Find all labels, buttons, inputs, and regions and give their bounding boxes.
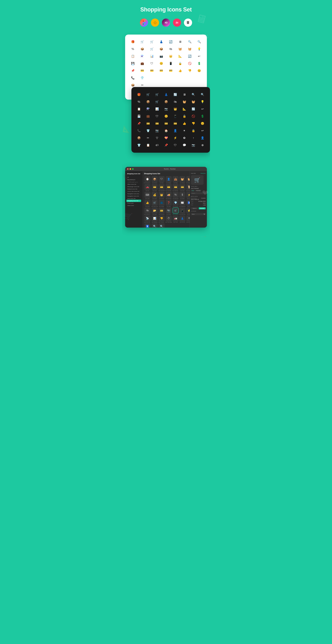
- icon-ban: 🚫: [187, 61, 193, 66]
- license-section: License None MIT CC0: [191, 211, 206, 215]
- app-icon-box-flash: ⚡: [186, 192, 190, 198]
- app-icon-box-truck: 🚛: [173, 215, 179, 221]
- illustrator-button[interactable]: Illustrator: [199, 207, 206, 210]
- dimensions-available: Available: [201, 198, 206, 199]
- app-icon-jewelry[interactable]: 💎 Icon Jewelry: [172, 200, 179, 207]
- d-icon-home: 🏠: [163, 128, 169, 134]
- d-icon-camera: 📷: [163, 106, 169, 112]
- sidebar-item-shopping[interactable]: Shopping Icons Set: [126, 200, 141, 202]
- app-titlebar: Nucleo - Nuclear: [125, 167, 207, 171]
- app-icon-rating[interactable]: ⭐ Icon Rating: [186, 208, 190, 215]
- app-icon-hanger[interactable]: 🧥 Icon Hanger: [158, 200, 165, 207]
- app-icon-dollar[interactable]: $ Icon Dollar: [179, 192, 185, 199]
- app-icon-box-timermap: ⏱: [166, 215, 172, 221]
- app-icon-card[interactable]: 💳 Icon Card: [152, 184, 158, 191]
- d-icon-zoom-in: 🔍: [191, 92, 196, 98]
- app-icon-bad[interactable]: 🛡 Icon Bad: [158, 176, 165, 183]
- app-icon-truck[interactable]: 🚛 Icon Truck: [172, 215, 179, 222]
- sidebar-item-free[interactable]: Free Icons Set: [126, 197, 141, 200]
- app-icon-box-rating: ⭐: [186, 208, 190, 214]
- app-icon-box-woman: 🚺: [144, 223, 150, 228]
- app-icon-timermap[interactable]: ⏱ Icon Timer Map: [165, 215, 172, 222]
- app-icon-good[interactable]: 👍 Icon Good: [144, 200, 151, 207]
- sidebar-item-messenger[interactable]: Messenger Icons Set: [126, 186, 141, 188]
- app-icon-delivery[interactable]: 🚚 Icon Delivery: [165, 192, 172, 199]
- app-icon-handcart[interactable]: 🛒 Icon Hand Cart: [152, 200, 158, 207]
- app-icon-certificate[interactable]: 📜 Icon Certificate: [186, 184, 190, 191]
- app-icon-man[interactable]: 🚹 Icon Man: [186, 200, 190, 207]
- app-icon-label-archive: Icon Archive: [152, 182, 157, 183]
- sidebar-item-food[interactable]: Food Icons: [126, 202, 141, 204]
- app-icon-bags[interactable]: 👜 Icon Bags: [172, 176, 179, 183]
- app-icon-code[interactable]: ⌨ Icon Code: [144, 192, 151, 199]
- app-icon-open[interactable]: 📂 Icon Open: [152, 208, 158, 215]
- app-icon-photo[interactable]: 📷 Icon Photo: [165, 208, 172, 215]
- d-icon-shield2: 🛡: [172, 142, 178, 148]
- sidebar-item-nav1[interactable]: Navigation Icons Set: [126, 195, 141, 197]
- app-icon-car[interactable]: 🚗 Icon Car: [144, 184, 151, 191]
- app-icon-badge[interactable]: 👤 Icon Badge: [165, 176, 172, 183]
- app-icon-tryon[interactable]: 👗 Icon Try ON: [179, 215, 185, 222]
- open-in-button[interactable]: Open in: [191, 207, 198, 210]
- d-icon-hanger: 👗: [163, 92, 169, 98]
- icon-card-1: 💳: [139, 68, 145, 74]
- app-icon-box-basket: 🧺: [179, 176, 185, 182]
- app-icon-payment[interactable]: 💳 Icon Payment: [158, 208, 165, 215]
- app-icon-scanwr[interactable]: 📡 Icon Scan Wr...: [144, 215, 151, 222]
- app-icon-thumbs[interactable]: 👎 Icon Thumbs...: [158, 215, 165, 222]
- app-icon-box-badge: 👤: [166, 176, 172, 182]
- app-icon-crown[interactable]: 👑 Icon Crown: [158, 192, 165, 199]
- d-icon-basket-2: 🧺: [191, 99, 196, 104]
- app-icon-cardadd[interactable]: 💳 Icon Card Add: [158, 184, 165, 191]
- sidebar-item-office[interactable]: Office Icons Set: [126, 183, 141, 186]
- app-icon-umbrella[interactable]: ☂ Icon Umbrei...: [186, 215, 190, 222]
- craft-logo: 🗑: [184, 18, 192, 27]
- app-icon-basket4[interactable]: 🧺 Icon Basket 4...: [186, 176, 190, 183]
- d-icon-chat: 💬: [182, 142, 187, 148]
- app-icon-archive[interactable]: 📦 Icon Archive: [152, 176, 158, 183]
- app-icon-zoomout[interactable]: 🔍 Icon Zoom Out: [158, 223, 165, 228]
- app-icon-zoomin[interactable]: 🔍 Icon Zoom In: [152, 223, 158, 228]
- sidebar-item-all[interactable]: All: [126, 176, 141, 178]
- white-icon-grid: 🎁 🛒 🛒 👗 🔄 🖥 🔍 🔍 % 📦 🛒 📦 🛍 🧺 🧺 💡 📋: [129, 39, 203, 95]
- app-icon-cardmi[interactable]: 💳 Icon Card Mi...: [172, 184, 179, 191]
- icon-cart-2: 🛒: [149, 39, 155, 44]
- app-icon-flash[interactable]: ⚡ Icon Flash: [186, 192, 190, 199]
- license-select[interactable]: None MIT CC0: [191, 213, 206, 215]
- titlebar-minimize-dot[interactable]: [130, 168, 131, 170]
- app-icon-coins[interactable]: 💰 Icon Coins: [152, 192, 158, 199]
- app-icon-card2[interactable]: 💳 Icon Card: [179, 184, 185, 191]
- d-icon-up: ↑: [191, 135, 196, 141]
- sidebar-item-medical[interactable]: Medical Icons Set: [126, 188, 141, 190]
- icon-tag-icon[interactable]: Icon: [191, 190, 195, 192]
- sidebar-item-glass[interactable]: Glass Icons: [126, 204, 141, 207]
- app-icon-help[interactable]: ❓ Icon Help: [165, 200, 172, 207]
- titlebar-maximize-dot[interactable]: [132, 168, 134, 170]
- icon-tag-pushcart[interactable]: Pushcart: [195, 190, 201, 192]
- app-icon-discount[interactable]: % Icon Discount: [172, 192, 179, 199]
- app-icon-woman[interactable]: 🚺 Icon Woman: [144, 223, 151, 228]
- d-icon-clipboard: 📋: [136, 106, 142, 112]
- app-icon-basket[interactable]: 🧺 Icon Basket: [179, 176, 185, 183]
- app-icon-pushcart[interactable]: 🛒 Icon Pushcart: [172, 208, 179, 215]
- app-icon-magazine[interactable]: 📰 Icon Magazine: [179, 200, 185, 207]
- app-icon-qrcode[interactable]: 📱 Icon QR Code: [179, 208, 185, 215]
- dimensions-value: SVG, PNG 20: [191, 199, 206, 200]
- sidebar-item-love[interactable]: Love & Sex Icons Set: [126, 190, 141, 192]
- black-icon-card: 🎁 🛒 🛒 👗 🔄 🖥 🔍 🔍 % 📦 🛒 📦 🛍 🧺 🧺 💡 📋: [131, 87, 210, 153]
- icon-basket-2: 🧺: [187, 46, 193, 52]
- sidebar-item-misc[interactable]: Miscellaneous: [126, 178, 141, 181]
- app-icon-carddel[interactable]: 💳 Icon Card Del...: [165, 184, 172, 191]
- titlebar-close-dot[interactable]: [127, 168, 129, 170]
- tag-search-input[interactable]: [191, 192, 206, 194]
- app-icon-statistics[interactable]: 📊 Icon Statistics: [152, 215, 158, 222]
- app-icon-onlines[interactable]: 🛍 Icon Online S...: [144, 208, 151, 215]
- icon-zoom-in: 🔍: [187, 39, 193, 44]
- page-title: Shopping Icons Set: [125, 6, 207, 13]
- sidebar-item-nav2[interactable]: Navigation Icons Set - 2: [126, 192, 141, 195]
- app-icon-accessori[interactable]: ⌚ Icon Accessori...: [144, 176, 151, 183]
- xd-logo: XD: [162, 18, 170, 27]
- d-icon-mobile: 📱: [172, 114, 178, 119]
- app-icon-box-zoomout: 🔍: [159, 223, 165, 228]
- app-icon-box-pushcart: 🛒: [173, 208, 179, 214]
